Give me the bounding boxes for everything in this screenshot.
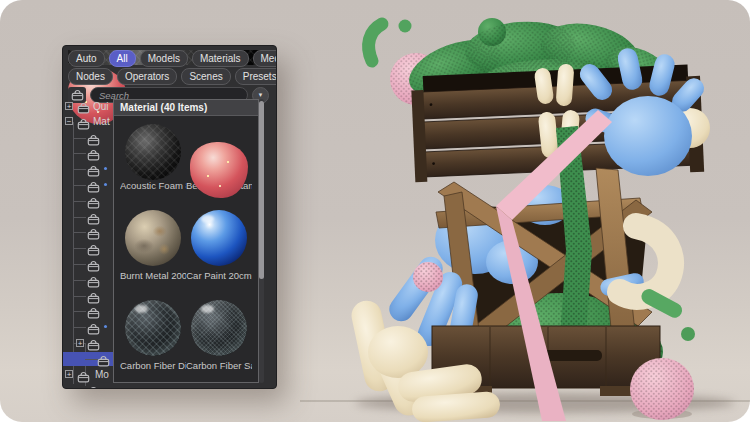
grid-header: Material (40 Items) [114, 100, 258, 116]
tree-item[interactable] [63, 225, 113, 239]
tab-media[interactable]: Media [253, 50, 277, 67]
asset-browser-panel: Auto All Models Materials Media Nodes Op… [62, 45, 277, 389]
material-item[interactable]: Carbon Fiber Di… [120, 300, 186, 371]
basket-icon [87, 134, 100, 146]
basket-icon [87, 386, 100, 389]
basket-icon [87, 165, 100, 177]
basket-icon [87, 228, 100, 240]
tree-connector [73, 264, 86, 265]
tab-presets[interactable]: Presets [235, 68, 277, 85]
tree-item-mat[interactable]: −Mat [63, 115, 113, 129]
material-item[interactable]: Beading Rectan… [186, 120, 252, 191]
tree-connector [73, 248, 86, 249]
green-bean-shapes [369, 20, 412, 62]
basket-icon [77, 371, 90, 383]
tree-item[interactable] [63, 194, 113, 208]
tree-item[interactable] [63, 320, 113, 334]
basket-icon [77, 118, 90, 130]
tree-connector [73, 296, 86, 297]
basket-icon [77, 102, 90, 114]
material-label: Acoustic Foam 8… [120, 180, 186, 191]
tree-connector [73, 169, 86, 170]
tree-item[interactable]: + [63, 336, 113, 350]
tree-item[interactable] [63, 162, 113, 176]
material-thumbnail-acoustic-foam [125, 124, 181, 180]
material-label: Car Paint 20cm [186, 270, 252, 281]
tree-item-mo[interactable]: +Mo [63, 368, 113, 382]
tree-connector [73, 311, 86, 312]
tree-connector [73, 201, 86, 202]
tree-item[interactable] [63, 289, 113, 303]
material-item[interactable]: Acoustic Foam 8… [120, 120, 186, 191]
basket-icon [87, 276, 100, 288]
material-item[interactable]: Burnt Metal 200… [120, 210, 186, 281]
tree-item[interactable] [63, 273, 113, 287]
tree-item[interactable] [63, 210, 113, 224]
expand-icon[interactable]: + [65, 102, 73, 110]
state-dot [104, 183, 107, 186]
scrollbar-track[interactable] [259, 99, 264, 383]
tree-connector [73, 185, 86, 186]
tab-scenes[interactable]: Scenes [181, 68, 230, 85]
tree-connector [73, 232, 86, 233]
tab-models[interactable]: Models [140, 50, 188, 67]
tree-item[interactable] [63, 304, 113, 318]
material-thumbnail-carbon-diamond [125, 300, 181, 356]
basket-icon [87, 260, 100, 272]
basket-icon [87, 339, 100, 351]
material-thumbnail-car-paint [191, 210, 247, 266]
tree-item-label: Qui [93, 101, 109, 112]
material-item[interactable]: Carbon Fiber Sat… [186, 300, 252, 371]
tree-item[interactable] [63, 131, 113, 145]
tree-item[interactable] [63, 383, 113, 389]
material-item[interactable]: Car Paint 20cm [186, 210, 252, 281]
state-dot [104, 167, 107, 170]
tab-materials[interactable]: Materials [192, 50, 249, 67]
tree-item-label: Mat [93, 116, 110, 127]
material-label: Burnt Metal 200… [120, 270, 186, 281]
tree-item[interactable] [63, 352, 113, 366]
tree-connector [73, 138, 86, 139]
tree-item[interactable] [63, 178, 113, 192]
expand-icon[interactable]: + [65, 370, 73, 378]
tree-item[interactable] [63, 241, 113, 255]
basket-icon [87, 292, 100, 304]
tree-item[interactable] [63, 257, 113, 271]
basket-icon [87, 307, 100, 319]
tab-operators[interactable]: Operators [117, 68, 177, 85]
collapse-icon[interactable]: − [65, 117, 73, 125]
material-thumbnail-carbon-satin [191, 300, 247, 356]
basket-icon [87, 197, 100, 209]
tree-connector [73, 327, 86, 328]
basket-icon [97, 355, 110, 367]
material-label: Carbon Fiber Di… [120, 360, 186, 371]
tree-item[interactable] [63, 146, 113, 160]
expand-icon[interactable]: + [76, 339, 84, 347]
basket-icon [87, 149, 100, 161]
material-grid-panel: Material (40 Items) Acoustic Foam 8… Bea… [113, 99, 259, 383]
tree-item-label: Mo [95, 369, 109, 380]
material-thumbnail-beading [190, 142, 248, 198]
basket-icon [87, 323, 100, 335]
basket-icon [87, 213, 100, 225]
tree-connector [73, 153, 86, 154]
state-dot [104, 325, 107, 328]
pink-ball-small [413, 262, 443, 292]
basket-icon [87, 244, 100, 256]
material-label: Carbon Fiber Sat… [186, 360, 252, 371]
scrollbar-thumb[interactable] [259, 101, 264, 279]
asset-tree: +Qui−Mat++Mo [63, 46, 113, 388]
tree-connector [73, 280, 86, 281]
material-thumbnail-burnt-metal [125, 210, 181, 266]
marketing-screenshot: Auto All Models Materials Media Nodes Op… [0, 0, 750, 422]
tree-item-qui[interactable]: +Qui [63, 99, 113, 113]
pink-knit-ball-bottom [630, 358, 694, 420]
tree-connector [73, 217, 86, 218]
basket-icon [87, 181, 100, 193]
